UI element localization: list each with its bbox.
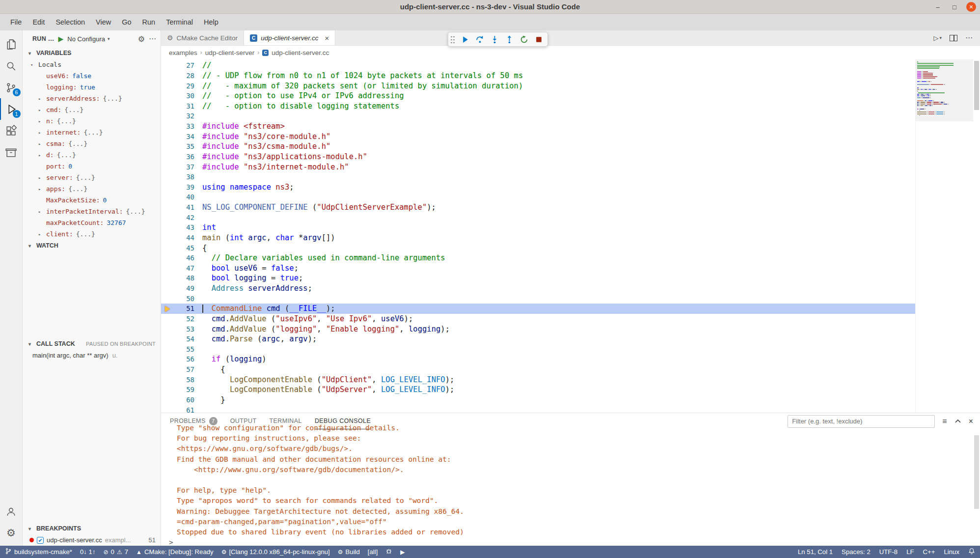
search-icon[interactable] [0, 55, 23, 77]
debug-config-dropdown[interactable]: No Configura ▾ [67, 35, 109, 43]
breakpoint-gutter[interactable] [161, 243, 174, 253]
console-prompt[interactable]: > [169, 537, 980, 546]
code-line[interactable]: 51 CommandLine cmd (__FILE__); [161, 304, 915, 314]
minimize-button[interactable]: – [933, 2, 943, 12]
line-number[interactable]: 32 [174, 112, 194, 120]
breakpoint-gutter[interactable] [161, 60, 174, 71]
stop-icon[interactable] [534, 34, 544, 44]
line-number[interactable]: 42 [174, 214, 194, 222]
code-line[interactable]: 45{ [161, 243, 915, 253]
breakpoint-gutter[interactable] [161, 334, 174, 344]
code-line[interactable]: 31// - option to disable logging stateme… [161, 101, 915, 112]
variable-row[interactable]: ▸client:{...} [23, 228, 161, 240]
variable-row[interactable]: ▸interPacketInterval:{...} [23, 206, 161, 217]
source-control-icon[interactable]: 6 [0, 77, 23, 98]
menu-view[interactable]: View [90, 16, 116, 28]
breakpoint-gutter[interactable] [161, 223, 174, 233]
run-and-debug-icon[interactable]: 1 [0, 98, 23, 120]
sync-status[interactable]: 0↓ 1↑ [80, 548, 96, 556]
code-line[interactable]: 55 [161, 344, 915, 355]
stack-frame[interactable]: main(int argc, char ** argv) u. [23, 350, 161, 361]
code-line[interactable]: 41NS_LOG_COMPONENT_DEFINE ("UdpClientSer… [161, 202, 915, 213]
breakpoint-gutter[interactable] [161, 71, 174, 81]
code-area[interactable]: 27//28// - UDP flow from n0 to n1 of 102… [161, 60, 915, 413]
extensions-icon[interactable] [0, 120, 23, 141]
breakpoint-gutter[interactable] [161, 131, 174, 141]
variable-row[interactable]: logging:true [23, 82, 161, 93]
line-number[interactable]: 38 [174, 173, 194, 181]
line-number[interactable]: 41 [174, 203, 194, 211]
watch-section-header[interactable]: ▾ WATCH [23, 240, 161, 251]
more-actions-icon[interactable]: ⋯ [149, 34, 157, 43]
variable-row[interactable]: ▸serverAddress:{...} [23, 93, 161, 104]
variable-row[interactable]: port:0 [23, 161, 161, 172]
cmake-target-status[interactable]: [all] [368, 548, 378, 556]
os-status[interactable]: Linux [944, 548, 959, 556]
maximize-button[interactable]: □ [950, 2, 959, 12]
breakpoint-gutter[interactable] [161, 253, 174, 263]
line-number[interactable]: 48 [174, 274, 194, 282]
breakpoint-gutter[interactable] [161, 374, 174, 385]
code-line[interactable]: 52 cmd.AddValue ("useIpv6", "Use Ipv6", … [161, 314, 915, 324]
line-number[interactable]: 43 [174, 223, 194, 231]
breakpoint-gutter[interactable] [161, 182, 174, 193]
variable-row[interactable]: ▸apps:{...} [23, 183, 161, 195]
code-line[interactable]: 56 if (logging) [161, 354, 915, 364]
line-number[interactable]: 53 [174, 325, 194, 333]
breadcrumb-item[interactable]: udp-client-server.cc [272, 49, 329, 56]
encoding-status[interactable]: UTF-8 [879, 548, 898, 556]
callstack-section-header[interactable]: ▾ CALL STACK PAUSED ON BREAKPOINT [23, 338, 161, 350]
code-line[interactable]: 60 } [161, 395, 915, 405]
breakpoint-gutter[interactable] [161, 293, 174, 304]
breakpoint-gutter[interactable] [161, 283, 174, 294]
breakpoint-gutter[interactable] [161, 152, 174, 162]
scrollbar-thumb[interactable] [974, 61, 979, 110]
line-number[interactable]: 51 [174, 305, 194, 312]
breakpoint-gutter[interactable] [161, 233, 174, 243]
tab-udp-client-server-cc[interactable]: Cudp-client-server.cc× [244, 30, 335, 45]
line-number[interactable]: 29 [174, 82, 194, 90]
notifications-bell[interactable] [968, 548, 975, 556]
continue-icon[interactable] [460, 34, 470, 44]
code-line[interactable]: 27// [161, 60, 915, 71]
editor-scrollbar[interactable] [973, 59, 980, 413]
eol-status[interactable]: LF [906, 548, 914, 556]
code-line[interactable]: 39using namespace ns3; [161, 182, 915, 193]
git-branch-status[interactable]: buildsystem-cmake* [5, 548, 72, 556]
step-into-icon[interactable] [490, 34, 499, 44]
code-line[interactable]: 61 [161, 405, 915, 413]
code-editor[interactable]: 27//28// - UDP flow from n0 to n1 of 102… [161, 59, 980, 413]
code-line[interactable]: 42 [161, 212, 915, 223]
line-number[interactable]: 56 [174, 355, 194, 363]
variable-row[interactable]: MaxPacketSize:0 [23, 195, 161, 206]
code-line[interactable]: 35#include "ns3/csma-module.h" [161, 141, 915, 152]
variable-row[interactable]: ▸d:{...} [23, 149, 161, 161]
close-button[interactable]: × [966, 2, 976, 12]
debug-console-output[interactable]: Type "show configuration" for configurat… [161, 423, 980, 546]
breakpoint-gutter[interactable] [161, 111, 174, 121]
line-number[interactable]: 45 [174, 244, 194, 252]
menu-go[interactable]: Go [116, 16, 136, 28]
code-line[interactable]: 37#include "ns3/internet-module.h" [161, 162, 915, 172]
line-number[interactable]: 49 [174, 284, 194, 292]
breakpoint-gutter[interactable] [161, 212, 174, 223]
package-icon[interactable] [0, 141, 23, 163]
line-number[interactable]: 59 [174, 386, 194, 393]
split-editor-icon[interactable] [950, 35, 957, 41]
tab-close-icon[interactable]: × [325, 34, 329, 42]
breakpoint-gutter[interactable] [161, 81, 174, 91]
code-line[interactable]: 34#include "ns3/core-module.h" [161, 131, 915, 141]
variable-row[interactable]: useV6:false [23, 70, 161, 82]
code-line[interactable]: 32 [161, 111, 915, 121]
minimap[interactable] [915, 59, 973, 413]
line-number[interactable]: 31 [174, 102, 194, 110]
line-number[interactable]: 61 [174, 406, 194, 413]
minimap-slider[interactable] [916, 59, 973, 121]
breadcrumb-item[interactable]: udp-client-server [205, 49, 255, 56]
breakpoint-gutter[interactable] [161, 101, 174, 112]
indentation-status[interactable]: Spaces: 2 [842, 548, 871, 556]
breakpoint-gutter[interactable] [161, 141, 174, 152]
line-number[interactable]: 40 [174, 193, 194, 201]
code-line[interactable]: 28// - UDP flow from n0 to n1 of 1024 by… [161, 71, 915, 81]
line-number[interactable]: 44 [174, 234, 194, 242]
